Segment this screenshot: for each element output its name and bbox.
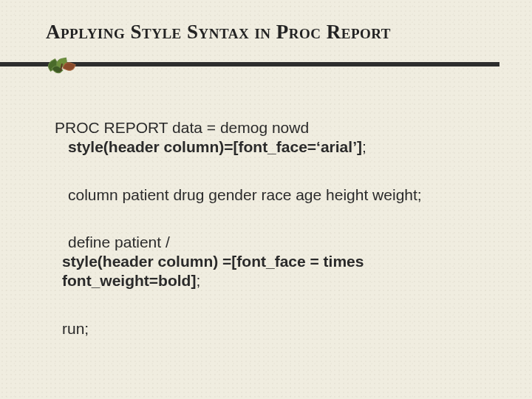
code-line: run; (55, 319, 488, 338)
code-line: define patient / (55, 233, 488, 252)
slide: Applying Style Syntax in Proc Report PRO… (0, 0, 532, 399)
code-line: column patient drug gender race age heig… (55, 185, 488, 205)
semicolon: ; (362, 138, 366, 155)
bold-style-option: style(header column) =[font_face = times… (62, 253, 364, 289)
title-rule (0, 56, 499, 72)
code-line: style(header column) =[font_face = times… (55, 252, 488, 291)
code-line: style(header column)=[font_face=‘arial’]… (55, 137, 488, 157)
code-line: PROC REPORT data = demog nowd (55, 118, 488, 137)
bold-style-option: style(header column)=[font_face=‘arial’] (68, 138, 362, 155)
code-body: PROC REPORT data = demog nowd style(head… (55, 118, 488, 338)
semicolon: ; (196, 272, 200, 289)
leaf-ornament-icon (47, 56, 75, 72)
slide-title: Applying Style Syntax in Proc Report (46, 21, 517, 44)
